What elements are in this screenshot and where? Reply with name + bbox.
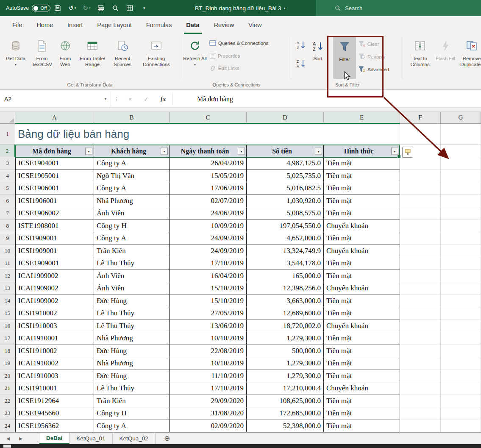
table-cell[interactable]: ICSI1910001	[15, 382, 94, 395]
empty-cell[interactable]	[441, 220, 481, 233]
table-header-cell[interactable]: Khách hàng▾	[94, 145, 170, 157]
formula-bar-handle[interactable]: ⋮	[111, 91, 122, 107]
empty-cell[interactable]	[441, 345, 481, 358]
search-bar[interactable]: Search	[316, 0, 481, 16]
table-cell[interactable]: 18,720,002.0	[247, 320, 324, 333]
table-cell[interactable]: Đức Hùng	[94, 370, 170, 383]
empty-cell[interactable]	[441, 320, 481, 333]
table-header-cell[interactable]: Hình thức▾	[324, 145, 400, 157]
cell-G1[interactable]	[441, 124, 481, 145]
table-cell[interactable]: Ánh Viên	[94, 270, 170, 283]
sort-ascending-button[interactable]: AZ	[296, 40, 306, 52]
filter-dropdown-button[interactable]: ▾	[85, 147, 92, 155]
column-header-C[interactable]: C	[170, 112, 247, 124]
table-cell[interactable]: 4,652,000.0	[247, 232, 324, 245]
table-cell[interactable]: 165,000.0	[247, 270, 324, 283]
empty-cell[interactable]	[441, 370, 481, 383]
table-cell[interactable]: 1,279,300.0	[247, 370, 324, 383]
column-header-G[interactable]: G	[441, 112, 481, 124]
remove-duplicates-button[interactable]: Remove Duplicates	[457, 37, 481, 68]
table-cell[interactable]: Trần Kiên	[94, 245, 170, 258]
sheet-tab-ketqua-02[interactable]: KetQua_02	[113, 433, 156, 444]
table-cell[interactable]: 5,025,735.0	[247, 170, 324, 183]
tab-insert[interactable]: Insert	[60, 16, 90, 34]
empty-cell[interactable]	[441, 182, 481, 195]
table-cell[interactable]: 13,324,749.9	[247, 245, 324, 258]
table-cell[interactable]: Tiền mặt	[324, 295, 400, 308]
sheet-tab-debai[interactable]: DeBai	[39, 433, 70, 444]
table-cell[interactable]: Tiền mặt	[324, 420, 400, 433]
tab-view[interactable]: View	[241, 16, 269, 34]
table-cell[interactable]: 15/10/2019	[170, 295, 247, 308]
empty-cell[interactable]	[400, 207, 441, 220]
properties-button[interactable]: Properties	[209, 53, 240, 59]
empty-cell[interactable]	[400, 345, 441, 358]
row-header-19[interactable]: 19	[0, 357, 15, 370]
table-cell[interactable]: 26/04/2019	[170, 157, 247, 170]
empty-cell[interactable]	[441, 270, 481, 283]
row-header-24[interactable]: 24	[0, 420, 15, 433]
formatting-options-button[interactable]	[402, 147, 413, 158]
row-header-8[interactable]: 8	[0, 220, 15, 233]
tab-review[interactable]: Review	[207, 16, 242, 34]
table-cell[interactable]: Tiền mặt	[324, 345, 400, 358]
table-cell[interactable]: Đức Hùng	[94, 345, 170, 358]
table-cell[interactable]: 5,016,082.5	[247, 182, 324, 195]
table-cell[interactable]: 108,625,000.0	[247, 395, 324, 408]
empty-cell[interactable]	[400, 245, 441, 258]
empty-cell[interactable]	[400, 270, 441, 283]
table-cell[interactable]: ICSI1910003	[15, 320, 94, 333]
table-cell[interactable]: ICAI1909002	[15, 282, 94, 295]
sheet-tab-ketqua-01[interactable]: KetQua_01	[70, 433, 112, 444]
cancel-icon[interactable]: ×	[122, 91, 138, 107]
row-header-3[interactable]: 3	[0, 157, 15, 170]
table-cell[interactable]: ICAI1910001	[15, 332, 94, 345]
table-cell[interactable]: 197,054,550.0	[247, 220, 324, 233]
row-header-5[interactable]: 5	[0, 182, 15, 195]
table-cell[interactable]: Tiền mặt	[324, 307, 400, 320]
table-cell[interactable]: Chuyển khoản	[324, 245, 400, 258]
empty-cell[interactable]	[441, 420, 481, 433]
row-header-14[interactable]: 14	[0, 295, 15, 308]
table-cell[interactable]: Chuyển khoản	[324, 320, 400, 333]
table-cell[interactable]: ICSE1956362	[15, 420, 94, 433]
row-header-4[interactable]: 4	[0, 170, 15, 183]
table-cell[interactable]: 10/10/2019	[170, 357, 247, 370]
row-header-20[interactable]: 20	[0, 370, 15, 383]
table-cell[interactable]: 5,008,575.0	[247, 207, 324, 220]
refresh-all-button[interactable]: Refresh All ▾	[183, 37, 207, 67]
table-cell[interactable]: 1,279,300.0	[247, 332, 324, 345]
table-cell[interactable]: Công ty A	[94, 232, 170, 245]
table-cell[interactable]: ICSE1945660	[15, 407, 94, 420]
empty-cell[interactable]	[441, 232, 481, 245]
empty-cell[interactable]	[400, 170, 441, 183]
column-header-D[interactable]: D	[247, 112, 324, 124]
empty-cell[interactable]	[441, 295, 481, 308]
table-cell[interactable]: Nhã Phương	[94, 332, 170, 345]
empty-cell[interactable]	[400, 395, 441, 408]
table-cell[interactable]: Công ty A	[94, 420, 170, 433]
table-cell[interactable]: Công ty A	[94, 157, 170, 170]
filter-dropdown-button[interactable]: ▾	[161, 147, 168, 155]
empty-cell[interactable]	[441, 257, 481, 270]
table-cell[interactable]: Ngô Thị Vân	[94, 170, 170, 183]
table-cell[interactable]: Lê Thu Thủy	[94, 307, 170, 320]
sort-descending-button[interactable]: ZA	[296, 58, 306, 70]
table-cell[interactable]: Tiền mặt	[324, 395, 400, 408]
table-cell[interactable]: 22/08/2019	[170, 345, 247, 358]
filter-button[interactable]: Filter	[333, 37, 356, 79]
table-icon[interactable]	[122, 0, 137, 16]
clear-filter-button[interactable]: Clear	[359, 41, 379, 47]
row-header-16[interactable]: 16	[0, 320, 15, 333]
edit-links-button[interactable]: Edit Links	[209, 65, 239, 71]
row-header-21[interactable]: 21	[0, 382, 15, 395]
empty-cell[interactable]	[400, 357, 441, 370]
empty-cell[interactable]	[400, 407, 441, 420]
table-cell[interactable]: 3,663,000.0	[247, 295, 324, 308]
table-cell[interactable]: 500,000.0	[247, 345, 324, 358]
advanced-filter-button[interactable]: Advanced	[359, 66, 389, 72]
empty-cell[interactable]	[400, 257, 441, 270]
table-cell[interactable]: ICSI1909001	[15, 245, 94, 258]
table-cell[interactable]: ICSE1904001	[15, 157, 94, 170]
row-header-1[interactable]: 1	[0, 124, 15, 145]
